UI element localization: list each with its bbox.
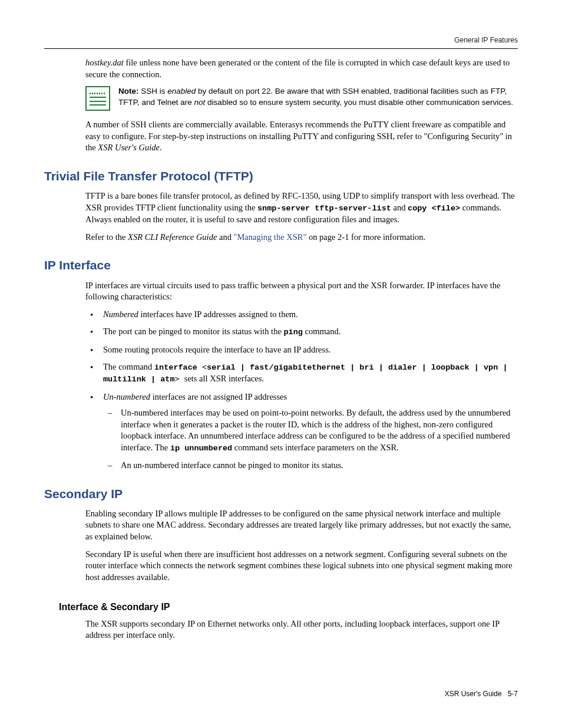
heading-tftp: Trivial File Transfer Protocol (TFTP) — [44, 168, 518, 185]
heading-ip-interface: IP Interface — [44, 257, 518, 274]
tftp-paragraph-1: TFTP is a bare bones file transfer proto… — [85, 190, 518, 225]
text: Refer to the — [85, 232, 128, 242]
cmd-ip-unnumbered: ip unnumbered — [170, 444, 232, 453]
list-item: Un-numbered interfaces are not assigned … — [85, 391, 518, 472]
list-item: Un-numbered interfaces may be used on po… — [103, 407, 518, 454]
text: . — [160, 143, 162, 152]
secip-paragraph-1: Enabling secondary IP allows multiple IP… — [85, 508, 518, 543]
text: and — [217, 232, 233, 242]
text: command. — [303, 327, 340, 336]
text: on page 2-1 for more information. — [306, 232, 425, 242]
page-footer: XSR User's Guide 5-7 — [445, 689, 518, 699]
angle-close: > — [175, 375, 184, 384]
ipif-dash-list: Un-numbered interfaces may be used on po… — [103, 407, 518, 471]
text: interfaces are not assigned IP addresses — [150, 392, 287, 401]
note-block: Note: SSH is enabled by default on port … — [85, 86, 518, 111]
intro-paragraph-1: hostkey.dat file unless none have been g… — [85, 57, 518, 80]
footer-doc-title: XSR User's Guide — [445, 690, 502, 698]
body-content: hostkey.dat file unless none have been g… — [85, 57, 518, 154]
ipif-body: IP interfaces are virtual circuits used … — [85, 280, 518, 472]
text: The port can be pinged to monitor its st… — [103, 327, 283, 336]
text: interfaces have IP addresses assigned to… — [138, 309, 298, 319]
secip-sub-paragraph-1: The XSR supports secondary IP on Etherne… — [85, 618, 518, 641]
text: and — [391, 203, 408, 212]
note-enabled: enabled — [167, 87, 196, 95]
ipif-bullet-list: Numbered interfaces have IP addresses as… — [85, 309, 518, 472]
list-item: Numbered interfaces have IP addresses as… — [85, 309, 518, 321]
running-header: General IP Features — [44, 35, 518, 45]
doc-title-xsr-guide: XSR User's Guide — [98, 143, 160, 152]
note-not: not — [194, 98, 206, 107]
doc-title-cli-guide: XSR CLI Reference Guide — [128, 232, 217, 242]
note-icon — [85, 86, 110, 111]
text: SSH is — [139, 87, 168, 95]
angle-open: < — [197, 363, 207, 372]
secip-sub-body: The XSR supports secondary IP on Etherne… — [85, 618, 518, 641]
list-item: The command interface <serial | fast/gig… — [85, 361, 518, 385]
cmd-copy-file: copy <file> — [408, 204, 460, 213]
footer-page-number: 5-7 — [508, 690, 518, 698]
tftp-body: TFTP is a bare bones file transfer proto… — [85, 190, 518, 243]
heading-secondary-ip: Secondary IP — [44, 486, 518, 502]
cmd-snmp-server: snmp-server tftp-server-list — [257, 204, 391, 213]
term-numbered: Numbered — [103, 309, 138, 319]
intro-paragraph-2: A number of SSH clients are commercially… — [85, 119, 518, 154]
term-unnumbered: Un-numbered — [103, 392, 150, 401]
header-rule — [44, 48, 518, 49]
note-text: Note: SSH is enabled by default on port … — [118, 86, 518, 107]
filename-hostkey: hostkey.dat — [85, 58, 124, 67]
cmd-ping: ping — [283, 328, 302, 337]
note-label: Note: — [118, 87, 139, 95]
page: General IP Features hostkey.dat file unl… — [0, 0, 562, 728]
text: command sets interface parameters on the… — [232, 443, 399, 452]
text: The command — [103, 362, 154, 371]
secip-body: Enabling secondary IP allows multiple IP… — [85, 508, 518, 583]
cmd-interface: interface — [154, 363, 197, 372]
list-item: An un-numbered interface cannot be pinge… — [103, 460, 518, 472]
list-item: Some routing protocols require the inter… — [85, 344, 518, 356]
ipif-paragraph-1: IP interfaces are virtual circuits used … — [85, 280, 518, 303]
heading-interface-secondary-ip: Interface & Secondary IP — [59, 601, 518, 614]
secip-paragraph-2: Secondary IP is useful when there are in… — [85, 549, 518, 584]
text: disabled so to ensure system security, y… — [205, 98, 513, 107]
link-managing-xsr[interactable]: "Managing the XSR" — [234, 232, 307, 242]
tftp-paragraph-2: Refer to the XSR CLI Reference Guide and… — [85, 232, 518, 243]
text: sets all XSR interfaces. — [184, 374, 264, 383]
list-item: The port can be pinged to monitor its st… — [85, 326, 518, 338]
text: file unless none have been generated or … — [85, 58, 510, 79]
